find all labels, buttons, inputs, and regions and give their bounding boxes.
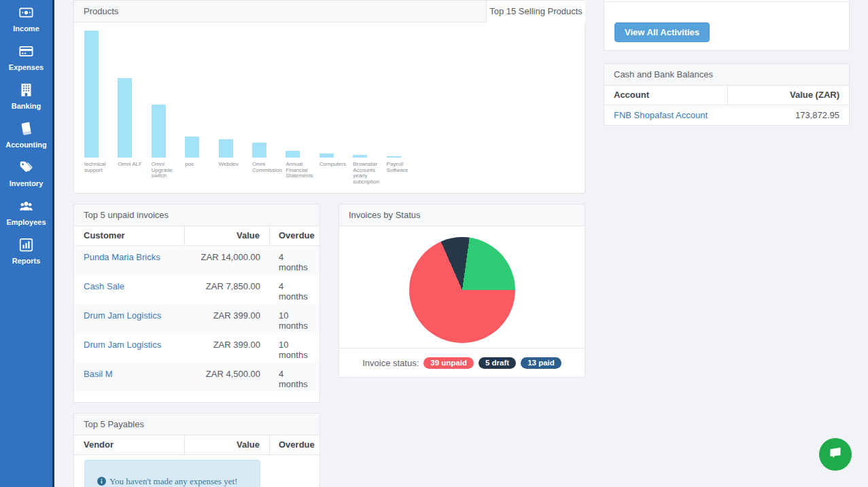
bar-label: Webdev [219,162,252,168]
status-badge: 13 paid [521,357,561,369]
activities-panel: View All Activities [604,0,850,51]
view-all-activities-button[interactable]: View All Activities [614,22,710,42]
book-icon [19,122,33,139]
invoice-value: ZAR 399.00 [185,340,270,363]
invoices-by-status-title: Invoices by Status [339,204,585,226]
chat-bubble-icon [827,445,844,464]
invoice-overdue: 4 months [270,252,319,275]
bar-1 [84,31,99,158]
no-expenses-alert: You haven't made any expenses yet! [84,460,260,487]
invoice-value: ZAR 7,850.00 [185,281,270,304]
invoice-status-footer: Invoice status: 39 unpaid5 draft13 paid [339,348,585,377]
unpaid-invoices-body: Punda Maria BricksZAR 14,000.004 monthsC… [74,246,319,392]
bar-label: Omni Upgrade switch [152,162,185,179]
bar-label: Brownstar Accounts yearly subcription [353,162,386,185]
credit-card-icon [19,44,33,61]
column-header-overdue: Overdue [270,435,319,454]
no-expenses-message: You haven't made any expenses yet! [109,476,237,486]
invoice-value: ZAR 399.00 [185,310,270,333]
bar-label: pos [185,162,218,168]
payables-header-row: Vendor Value Overdue [74,435,319,455]
invoice-row: Cash SaleZAR 7,850.004 months [74,275,319,304]
invoice-row: Punda Maria BricksZAR 14,000.004 months [74,246,319,275]
sidebar-item-label: Expenses [9,63,44,71]
payables-panel: Top 5 Payables Vendor Value Overdue You … [73,413,320,487]
customer-link[interactable]: Punda Maria Bricks [84,252,160,262]
status-badges: 39 unpaid5 draft13 paid [423,357,561,369]
bar-3 [152,105,166,158]
bar-label: Omni Commission [252,162,285,173]
invoice-overdue: 4 months [270,369,319,392]
customer-link[interactable]: Drum Jam Logistics [84,340,161,350]
account-link[interactable]: FNB Shopafast Account [614,110,708,120]
invoice-overdue: 10 months [270,340,319,363]
bar-10 [387,156,401,158]
sidebar-item-label: Employees [6,218,46,226]
sidebar-item-expenses[interactable]: Expenses [0,39,52,77]
bar-4 [185,137,199,158]
activities-list-divider [604,1,849,2]
bar-label: Annual Financial Statements [285,162,319,179]
bar-9 [353,155,367,158]
sidebar-item-banking[interactable]: Banking [0,77,52,116]
products-bar-chart: technical supportOmni ALFOmni Upgrade sw… [74,22,585,193]
bar-label: Omni ALF [118,162,151,168]
column-header-value: Value [185,435,270,454]
bar-7 [285,151,300,158]
bar-label: Computers [319,162,353,168]
status-badge: 5 draft [479,357,516,369]
bar-2 [118,78,132,158]
unpaid-invoices-title: Top 5 unpaid invoices [74,204,319,226]
bar-6 [252,143,266,158]
sidebar-item-label: Inventory [10,179,44,187]
sidebar-item-label: Banking [12,102,41,110]
invoice-overdue: 4 months [270,281,319,304]
column-header-value: Value [185,226,270,245]
cash-bank-balances-title: Cash and Bank Balances [604,64,849,86]
invoice-status-label: Invoice status: [362,358,419,368]
account-balance: 173,872.95 [728,105,849,125]
invoice-row: Drum Jam LogisticsZAR 399.0010 months [74,304,319,333]
bar-label: technical support [84,162,118,173]
invoice-value: ZAR 4,500.00 [185,369,270,392]
sidebar-item-label: Reports [12,257,41,265]
chat-launcher-button[interactable] [819,438,852,471]
money-bill-icon [19,5,33,22]
column-header-overdue: Overdue [270,226,319,245]
invoice-overdue: 10 months [270,310,319,333]
sidebar-item-employees[interactable]: Employees [0,194,52,232]
bank-building-icon [19,83,33,100]
sidebar-item-reports[interactable]: Reports [0,232,52,271]
users-icon [19,199,33,216]
dashboard-viewport: Income Expenses Banking Accounting Inven… [0,0,868,487]
products-panel: Products Top 15 Selling Products technic… [73,0,585,194]
cash-account-row: FNB Shopafast Account 173,872.95 [604,105,849,125]
payables-title: Top 5 Payables [74,414,319,435]
sidebar-item-accounting[interactable]: Accounting [0,116,52,155]
bar-5 [219,139,233,158]
sidebar: Income Expenses Banking Accounting Inven… [0,0,54,487]
sidebar-item-income[interactable]: Income [0,0,52,39]
sidebar-item-inventory[interactable]: Inventory [0,155,52,194]
customer-link[interactable]: Drum Jam Logistics [84,310,161,321]
invoices-by-status-panel: Invoices by Status Invoice status: 39 un… [338,204,585,378]
invoice-row: Drum Jam LogisticsZAR 399.0010 months [74,333,319,363]
invoices-status-pie-chart [409,237,515,343]
column-header-vendor: Vendor [74,435,185,454]
bar-chart-icon [19,238,33,255]
customer-link[interactable]: Cash Sale [84,281,124,291]
customer-link[interactable]: Basil M [84,369,113,379]
tab-top-15-selling-products[interactable]: Top 15 Selling Products [486,1,585,23]
sidebar-item-label: Accounting [5,141,47,149]
bar-8 [319,154,334,158]
cash-header-row: Account Value (ZAR) [604,86,849,105]
info-icon [97,477,106,486]
bar-label: Payroll Software [387,162,420,173]
invoice-row: Basil MZAR 4,500.004 months [74,363,319,392]
column-header-customer: Customer [74,226,185,245]
column-header-account: Account [604,86,728,105]
unpaid-invoices-panel: Top 5 unpaid invoices Customer Value Ove… [73,204,320,403]
unpaid-invoices-header-row: Customer Value Overdue [74,226,319,246]
status-badge: 39 unpaid [423,357,474,369]
tags-icon [19,160,33,177]
